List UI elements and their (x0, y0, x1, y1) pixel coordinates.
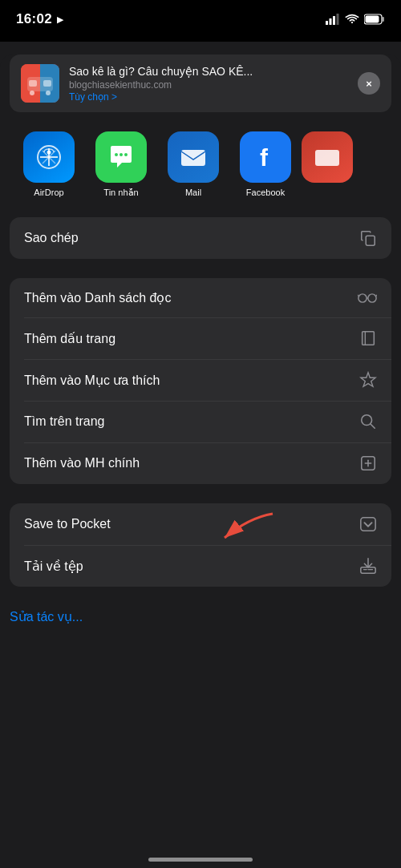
add-home-label: Thêm vào MH chính (24, 456, 140, 470)
app-icons-row: AirDrop Tin nhắn Mail (0, 122, 401, 211)
svg-rect-2 (333, 16, 335, 25)
svg-point-19 (124, 153, 128, 156)
app-item-mail[interactable]: Mail (157, 131, 229, 198)
more-icon (302, 131, 353, 183)
status-time: 16:02 (16, 11, 52, 27)
divider-3 (0, 593, 401, 600)
edit-action-text[interactable]: Sửa tác vụ... (10, 610, 83, 624)
app-item-more[interactable] (302, 131, 353, 198)
svg-rect-0 (326, 21, 328, 25)
plus-square-icon (359, 454, 377, 472)
copy-label: Sao chép (24, 231, 79, 245)
action-section-copy: Sao chép (10, 217, 391, 259)
book-icon (359, 329, 377, 347)
divider-2 (0, 491, 401, 497)
preview-title: Sao kê là gì? Câu chuyện SAO KÊ... (69, 65, 348, 78)
reading-list-action[interactable]: Thêm vào Danh sách đọc (10, 278, 391, 317)
find-label: Tìm trên trang (24, 414, 104, 429)
status-bar: 16:02 ▶ (0, 0, 401, 34)
action-section-2: Thêm vào Danh sách đọc Thêm dấu trang Th… (10, 278, 391, 484)
svg-rect-33 (361, 518, 375, 531)
bookmark-action[interactable]: Thêm dấu trang (10, 317, 391, 359)
tray-icon (359, 557, 377, 575)
svg-rect-12 (43, 80, 51, 87)
svg-rect-23 (366, 236, 375, 245)
svg-rect-11 (29, 80, 37, 87)
reading-list-label: Thêm vào Danh sách đọc (24, 290, 171, 305)
search-icon (359, 413, 377, 430)
share-sheet: Sao kê là gì? Câu chuyện SAO KÊ... blogc… (0, 55, 401, 658)
app-item-airdrop[interactable]: AirDrop (13, 131, 85, 198)
close-button[interactable]: × (358, 72, 380, 95)
airdrop-icon (23, 131, 75, 183)
bookmark-label: Thêm dấu trang (24, 331, 115, 346)
svg-text:f: f (260, 144, 269, 171)
edit-action-container: Sửa tác vụ... (10, 606, 391, 628)
find-action[interactable]: Tìm trên trang (10, 401, 391, 442)
preview-url: blogchiasekienthuc.com (69, 79, 348, 91)
facebook-icon: f (240, 131, 291, 183)
glasses-icon (358, 292, 377, 305)
download-label: Tải về tệp (24, 559, 83, 574)
pocket-action[interactable]: Save to Pocket (10, 503, 391, 545)
preview-option[interactable]: Tùy chọn > (69, 91, 348, 103)
copy-icon (359, 229, 377, 247)
svg-rect-34 (361, 567, 375, 573)
mail-label: Mail (185, 188, 201, 197)
svg-point-14 (46, 91, 51, 95)
favorites-label: Thêm vào Mục ưa thích (24, 373, 160, 388)
facebook-label: Facebook (246, 188, 285, 197)
svg-rect-20 (181, 150, 205, 166)
download-action[interactable]: Tải về tệp (10, 545, 391, 587)
message-label: Tin nhắn (103, 188, 138, 198)
svg-point-17 (115, 153, 118, 156)
battery-icon (364, 14, 385, 25)
preview-text: Sao kê là gì? Câu chuyện SAO KÊ... blogc… (69, 65, 348, 103)
favorites-action[interactable]: Thêm vào Mục ưa thích (10, 359, 391, 401)
svg-rect-6 (366, 16, 379, 23)
svg-point-24 (358, 293, 367, 301)
svg-point-16 (47, 151, 51, 155)
svg-rect-3 (337, 14, 339, 25)
add-home-action[interactable]: Thêm vào MH chính (10, 442, 391, 484)
svg-rect-1 (330, 18, 332, 25)
signal-icon (326, 14, 340, 25)
status-icons (326, 14, 385, 25)
copy-action[interactable]: Sao chép (10, 217, 391, 259)
preview-thumbnail (21, 64, 59, 103)
star-icon (359, 371, 377, 389)
wifi-icon (345, 14, 359, 25)
action-section-3: Save to Pocket Tải về tệp (10, 503, 391, 587)
svg-point-18 (119, 153, 123, 156)
preview-card: Sao kê là gì? Câu chuyện SAO KÊ... blogc… (10, 55, 391, 112)
pocket-icon (359, 515, 377, 533)
svg-rect-22 (315, 150, 339, 166)
location-icon: ▶ (57, 14, 63, 25)
svg-rect-5 (383, 17, 385, 22)
svg-point-13 (30, 91, 34, 95)
mail-icon (168, 131, 219, 183)
bg-spacer (0, 34, 401, 42)
app-item-facebook[interactable]: f Facebook (229, 131, 302, 198)
app-item-message[interactable]: Tin nhắn (85, 131, 157, 198)
message-icon (95, 131, 147, 183)
divider-1 (0, 265, 401, 272)
svg-line-28 (371, 424, 375, 428)
pocket-label: Save to Pocket (24, 517, 111, 531)
airdrop-label: AirDrop (34, 188, 63, 197)
home-indicator (148, 858, 253, 862)
svg-point-25 (368, 293, 376, 301)
